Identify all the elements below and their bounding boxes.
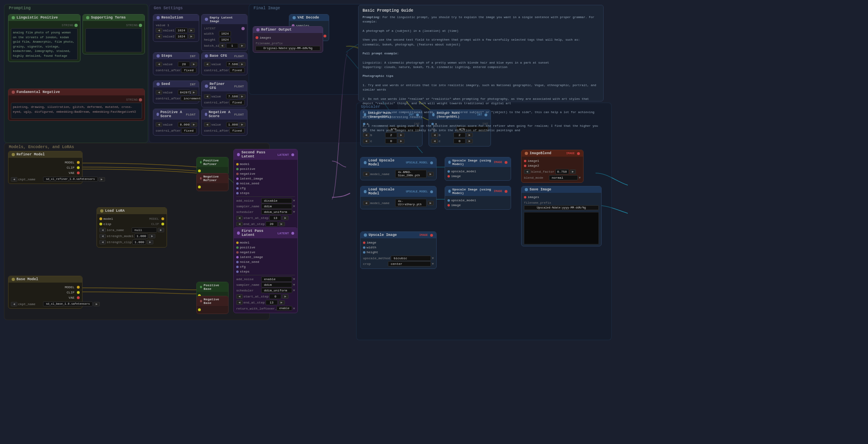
- node-resolution: Resolution value 1 ◄ value1 1024 ► ◄ val…: [153, 14, 199, 42]
- fp-sampler[interactable]: ddim: [261, 282, 292, 287]
- upscale2-inc[interactable]: ►: [427, 201, 434, 205]
- refiner-cfg-dec[interactable]: ◄: [204, 94, 210, 99]
- im1-c-inc[interactable]: ►: [398, 139, 404, 143]
- cfg-inc[interactable]: ►: [239, 62, 245, 66]
- pos-score-control[interactable]: fixed: [181, 128, 196, 133]
- node-refiner-output: Refiner Output images filename_prefix Or…: [253, 26, 323, 53]
- lora-name-inc[interactable]: ►: [158, 228, 164, 232]
- seed-inc[interactable]: ►: [191, 90, 197, 95]
- node-header-first-pass: First Pass Latent LATENT: [234, 228, 297, 238]
- blend-factor-dec[interactable]: ◄: [524, 169, 530, 174]
- node-base-cfg: Base CFG FLOAT ◄ value 7.500 ► control_a…: [201, 52, 247, 75]
- lora-name-dec[interactable]: ◄: [99, 228, 106, 232]
- ckpt-base-btn[interactable]: ◄: [11, 302, 17, 306]
- cfg-dec[interactable]: ◄: [204, 62, 210, 66]
- neg-score-inc[interactable]: ►: [239, 122, 245, 127]
- linguistic-text-content[interactable]: analog film photo of young woman on the …: [11, 28, 78, 60]
- fp-start-dec[interactable]: ◄: [236, 294, 243, 299]
- upscale1-dec[interactable]: ◄: [363, 172, 369, 176]
- resolution-v1-inc[interactable]: ►: [188, 28, 195, 33]
- node-steps: Steps INT ◄ value 20 ► control_after_gen…: [153, 52, 199, 75]
- fp-add-noise[interactable]: enable: [261, 277, 292, 282]
- ckpt-refiner-val[interactable]: sd_xl_refiner_1.0.safetensors: [43, 177, 98, 182]
- port-model-in-sp: [236, 163, 239, 165]
- fp-scheduler[interactable]: ddim_uniform: [261, 288, 292, 293]
- port-latent-in-sp: [236, 178, 239, 180]
- linguistic-positive-title: Linguistic Positive: [16, 16, 58, 20]
- im2-b-inc[interactable]: ►: [466, 133, 473, 137]
- resolution-v2-dec[interactable]: ◄: [156, 34, 162, 39]
- im1-c-dec[interactable]: ◄: [363, 139, 369, 143]
- sp-start-inc[interactable]: ►: [282, 216, 289, 220]
- dot-pos-base: [200, 286, 202, 288]
- steps-control[interactable]: fixed: [181, 68, 196, 73]
- ckpt-base-arr[interactable]: ►: [93, 302, 100, 306]
- strength-model-dec[interactable]: ◄: [99, 234, 106, 238]
- pos-score-inc[interactable]: ►: [191, 122, 197, 127]
- node-header-seed: Seed INT: [153, 81, 199, 87]
- port-seed-in-fp: [236, 261, 239, 263]
- save-image-prefix[interactable]: Upscaled-%date:yyyy-MM-dd%/%g: [524, 205, 599, 210]
- node-header-save-image: Save Image: [522, 186, 601, 193]
- ckpt-base-val[interactable]: sd_xl_base_1.0.safetensors: [43, 302, 93, 306]
- neg-score-title: Negative A Score: [209, 110, 233, 118]
- ckpt-refiner-arr[interactable]: ►: [99, 177, 105, 182]
- upscale1-model-name[interactable]: 4x-NMKD-Siax_200k.pth: [395, 170, 427, 178]
- sp-start-dec[interactable]: ◄: [236, 216, 243, 220]
- im2-b-dec[interactable]: ◄: [431, 133, 438, 137]
- batch-inc[interactable]: ►: [239, 43, 245, 48]
- node-save-image: Save Image images filename_prefix Upscal…: [521, 186, 602, 246]
- save-image-preview: [524, 212, 599, 244]
- batch-dec[interactable]: ◄: [219, 43, 225, 48]
- sp-end-dec[interactable]: ◄: [236, 222, 243, 226]
- empty-latent-width: 1024: [219, 31, 231, 36]
- pos-score-dec[interactable]: ◄: [156, 122, 162, 127]
- fp-end-inc[interactable]: ►: [278, 300, 285, 305]
- strength-model-inc[interactable]: ►: [149, 234, 155, 238]
- supporting-text-content[interactable]: [85, 28, 142, 52]
- port-cfg-in-sp: [236, 187, 239, 190]
- fp-start-inc[interactable]: ►: [282, 294, 289, 299]
- upscale2-dec[interactable]: ◄: [363, 201, 369, 205]
- sp-end-inc[interactable]: ►: [278, 222, 285, 226]
- sp-sampler[interactable]: ddim: [261, 204, 292, 209]
- negative-text-content[interactable]: painting, drawing, illustration, glitch,…: [11, 103, 142, 119]
- blend-mode-val[interactable]: normal: [549, 175, 578, 180]
- section-title-models: Models, Encoders, and LoRAs: [9, 145, 74, 149]
- upscale2-model-name[interactable]: 4x-UltraSharp.pth: [395, 199, 427, 207]
- im2-c-dec[interactable]: ◄: [431, 139, 438, 143]
- ckpt-refiner-btn[interactable]: ◄: [11, 177, 17, 182]
- steps-inc[interactable]: ►: [191, 62, 197, 66]
- strength-clip-dec[interactable]: ◄: [99, 240, 106, 244]
- strength-clip-inc[interactable]: ►: [147, 240, 153, 244]
- blend-factor-val: 0.750: [555, 169, 569, 174]
- output-string-supporting: [139, 24, 142, 27]
- fp-return-noise[interactable]: enable: [276, 306, 292, 311]
- resolution-v2-inc[interactable]: ►: [188, 34, 195, 39]
- steps-dec[interactable]: ◄: [156, 62, 162, 66]
- sp-scheduler[interactable]: ddim_uniform: [261, 209, 292, 215]
- crop-val[interactable]: center: [388, 261, 431, 266]
- node-header-upscale-model-2: Upscale Image (using Model) IMAGE: [445, 186, 511, 196]
- sp-add-noise[interactable]: disable: [261, 198, 292, 203]
- neg-score-dec[interactable]: ◄: [204, 122, 210, 127]
- port-upscale-model-1-out: [430, 161, 433, 164]
- refiner-output-prefix[interactable]: Original-%date:yyyy-MM-dd%/%g: [256, 46, 320, 51]
- lora-name-val[interactable]: null: [132, 227, 157, 233]
- neg-score-control[interactable]: fixed: [229, 128, 245, 133]
- refiner-cfg-control[interactable]: fixed: [229, 100, 245, 105]
- node-load-upscale-2: Load Upscale Model UPSCALE_MODEL ◄ model…: [360, 186, 437, 209]
- im1-b-inc[interactable]: ►: [398, 133, 404, 137]
- refiner-cfg-inc[interactable]: ►: [239, 94, 245, 99]
- resolution-v1-dec[interactable]: ◄: [156, 28, 162, 33]
- im1-b-dec[interactable]: ◄: [363, 133, 369, 137]
- fp-end-dec[interactable]: ◄: [236, 300, 243, 305]
- im2-c-inc[interactable]: ►: [466, 139, 473, 143]
- seed-control[interactable]: increment: [181, 96, 204, 101]
- blend-factor-inc[interactable]: ►: [570, 169, 576, 174]
- seed-dec[interactable]: ◄: [156, 90, 162, 95]
- cfg-control[interactable]: fixed: [229, 68, 245, 73]
- resolution-val1: 1024: [175, 28, 188, 33]
- upscale-method-val[interactable]: bicubic: [391, 256, 431, 261]
- upscale1-inc[interactable]: ►: [427, 172, 434, 176]
